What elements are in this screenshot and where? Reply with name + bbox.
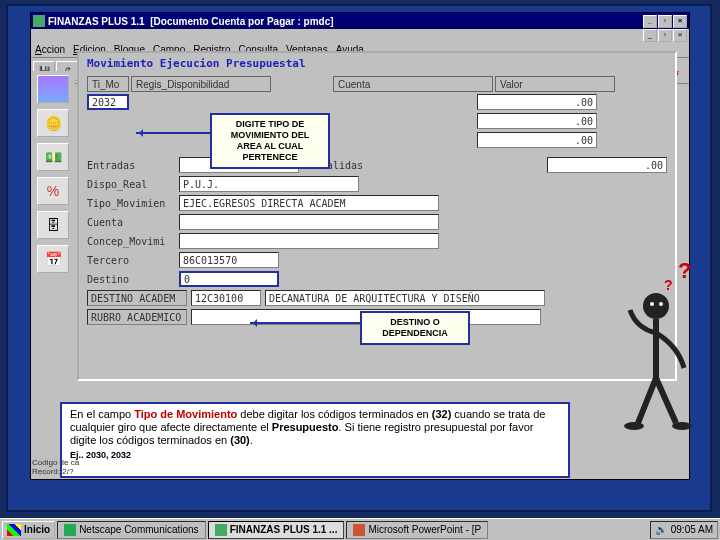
sidebar-money-icon[interactable]: 💵 — [37, 143, 69, 171]
maximize-button[interactable]: ▫ — [658, 15, 672, 28]
sidebar-coins-icon[interactable]: 🪙 — [37, 109, 69, 137]
col-regis: Regis_Disponibilidad — [131, 76, 271, 92]
arrow-icon — [250, 322, 360, 324]
dispo-real-input[interactable]: P.U.J. — [179, 176, 359, 192]
svg-point-3 — [650, 302, 654, 306]
sidebar-cabinet-icon[interactable]: 🗄 — [37, 211, 69, 239]
start-button[interactable]: Inicio — [2, 521, 55, 539]
salidas-input[interactable]: .00 — [547, 157, 667, 173]
col-cuenta: Cuenta — [333, 76, 493, 92]
child-minimize-button[interactable]: _ — [643, 29, 657, 42]
col-ti-mo: Ti_Mo — [87, 76, 129, 92]
valor-input-3[interactable]: .00 — [477, 132, 597, 148]
label-rubro: RUBRO ACADEMICO — [87, 309, 187, 325]
destino-input[interactable]: 0 — [179, 271, 279, 287]
powerpoint-icon — [353, 524, 365, 536]
label-destino: Destino — [87, 274, 175, 285]
concep-input[interactable] — [179, 233, 439, 249]
status-bar: Codigo de caRecord: 2/? — [30, 456, 81, 478]
tipo-mov-input[interactable]: EJEC.EGRESOS DIRECTA ACADEM — [179, 195, 439, 211]
callout-tipo-movimiento: DIGITE TIPO DE MOVIMIENTO DEL AREA AL CU… — [210, 113, 330, 169]
arrow-icon — [136, 132, 210, 134]
valor-input-2[interactable]: .00 — [477, 113, 597, 129]
netscape-icon — [64, 524, 76, 536]
taskbar: Inicio Netscape Communications FINANZAS … — [0, 518, 720, 540]
svg-point-2 — [643, 293, 669, 319]
minimize-button[interactable]: _ — [643, 15, 657, 28]
taskbar-item-netscape[interactable]: Netscape Communications — [57, 521, 206, 539]
ti-mo-input[interactable]: 2032 — [87, 94, 129, 110]
label-tipo-mov: Tipo_Movimien — [87, 198, 175, 209]
label-tercero: Tercero — [87, 255, 175, 266]
col-valor: Valor — [495, 76, 615, 92]
sidebar-chart-icon[interactable] — [37, 75, 69, 103]
tray-speaker-icon[interactable]: 🔊 — [655, 524, 667, 535]
close-button[interactable]: × — [673, 15, 687, 28]
child-maximize-button[interactable]: ▫ — [658, 29, 672, 42]
windows-icon — [7, 524, 21, 536]
callout-destino: DESTINO O DEPENDENCIA — [360, 311, 470, 345]
help-panel: En el campo Tipo de Movimiento debe digi… — [60, 402, 570, 478]
sidebar-calendar-icon[interactable]: 📅 — [37, 245, 69, 273]
label-concep: Concep_Movimi — [87, 236, 175, 247]
taskbar-item-powerpoint[interactable]: Microsoft PowerPoint - [P — [346, 521, 488, 539]
finanzas-icon — [215, 524, 227, 536]
child-close-button[interactable]: × — [673, 29, 687, 42]
destino-academ-desc-input[interactable]: DECANATURA DE ARQUITECTURA Y DISEÑO — [265, 290, 545, 306]
tercero-input[interactable]: 86C013570 — [179, 252, 279, 268]
sidebar: 🪙 💵 % 🗄 📅 — [31, 71, 75, 431]
label-cuenta: Cuenta — [87, 217, 175, 228]
valor-input-1[interactable]: .00 — [477, 94, 597, 110]
window-titlebar: FINANZAS PLUS 1.1 [Documento Cuenta por … — [31, 13, 689, 29]
label-entradas: Entradas — [87, 160, 175, 171]
svg-point-4 — [659, 302, 663, 306]
svg-text:?: ? — [678, 258, 691, 283]
system-tray[interactable]: 🔊 09:05 AM — [650, 521, 718, 539]
app-icon — [33, 15, 45, 27]
label-destino-academ: DESTINO ACADEM — [87, 290, 187, 306]
sidebar-percent-icon[interactable]: % — [37, 177, 69, 205]
form-title: Movimiento Ejecucion Presupuestal — [79, 53, 675, 74]
menu-accion[interactable]: Accion — [35, 44, 65, 55]
svg-point-5 — [624, 422, 644, 430]
taskbar-item-finanzas[interactable]: FINANZAS PLUS 1.1 ... — [208, 521, 345, 539]
svg-point-6 — [672, 422, 692, 430]
svg-text:?: ? — [664, 277, 673, 293]
window-title: FINANZAS PLUS 1.1 [Documento Cuenta por … — [48, 16, 643, 27]
tray-clock: 09:05 AM — [671, 524, 713, 535]
question-person-icon: ? ? — [606, 258, 716, 438]
cuenta-input[interactable] — [179, 214, 439, 230]
label-dispo-real: Dispo_Real — [87, 179, 175, 190]
destino-academ-code-input[interactable]: 12C30100 — [191, 290, 261, 306]
